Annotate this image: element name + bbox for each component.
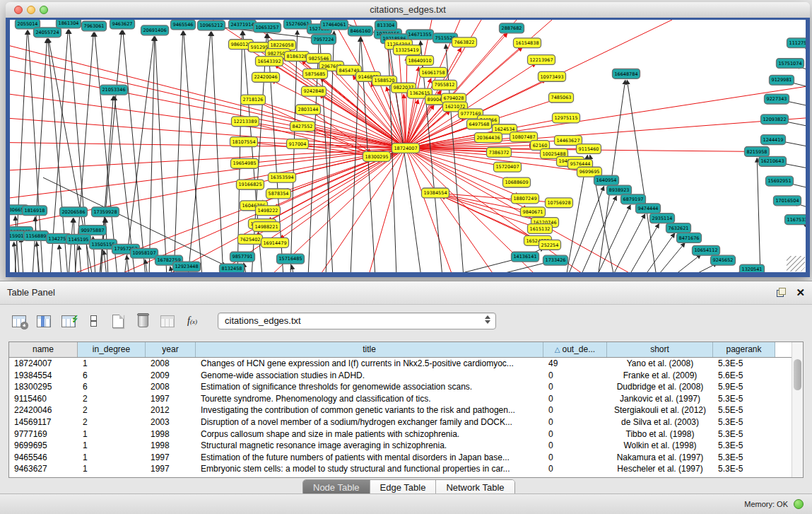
graph-node[interactable]: 12923448 — [173, 262, 201, 271]
graph-node[interactable]: 16154838 — [514, 38, 541, 48]
table-selector-dropdown[interactable]: citations_edges.txt — [218, 313, 496, 329]
graph-node[interactable]: 19384554 — [422, 188, 449, 198]
graph-node[interactable]: 1156889 — [24, 230, 49, 240]
graph-node[interactable]: 1615132 — [528, 224, 553, 234]
graph-node[interactable]: 18300295 — [363, 151, 391, 161]
import-table-button[interactable] — [158, 312, 177, 330]
graph-edge[interactable] — [170, 267, 172, 272]
table-cell[interactable]: Tibbo et al. (1998) — [607, 428, 713, 440]
table-cell[interactable]: 1998 — [146, 428, 196, 440]
graph-node[interactable]: 7955812 — [433, 80, 457, 90]
table-cell[interactable]: Yano et al. (2008) — [607, 358, 713, 370]
graph-node[interactable]: 917004 — [287, 139, 309, 149]
graph-edge[interactable] — [446, 258, 519, 272]
graph-node[interactable]: 10756928 — [546, 198, 573, 208]
graph-node[interactable]: 15720407 — [494, 162, 522, 172]
graph-node[interactable]: 8427552 — [290, 122, 315, 132]
graph-edge[interactable] — [672, 255, 701, 272]
memory-ok-indicator[interactable] — [794, 499, 804, 509]
graph-node[interactable]: 24055724 — [34, 28, 61, 37]
graph-node[interactable]: 8132458 — [220, 264, 245, 272]
graph-node[interactable]: 8938923 — [607, 185, 632, 195]
graph-node[interactable]: 9465546 — [171, 20, 196, 30]
graph-edge[interactable] — [644, 233, 675, 272]
graph-node[interactable]: 10688609 — [503, 177, 531, 187]
table-cell[interactable]: 1 — [78, 440, 146, 452]
graph-edge[interactable] — [79, 245, 81, 272]
function-builder-button[interactable]: f(x) — [183, 312, 201, 330]
table-cell[interactable]: Franke et al. (2009) — [607, 370, 713, 382]
citation-graph[interactable]: 2055014240557241861304796306194636272069… — [10, 20, 806, 272]
table-row[interactable]: 969969511998Structural magnetic resonanc… — [9, 440, 803, 452]
graph-node[interactable]: 14136141 — [512, 252, 539, 262]
graph-edge[interactable] — [124, 37, 154, 272]
table-cell[interactable]: 9699695 — [9, 440, 78, 452]
table-cell[interactable]: 6 — [78, 370, 146, 382]
graph-node[interactable]: 18640910 — [406, 56, 434, 66]
graph-node[interactable]: 16648784 — [613, 69, 640, 78]
graph-node[interactable]: 1861304 — [57, 20, 81, 28]
table-row[interactable]: 1830029562008Estimation of significance … — [9, 381, 803, 393]
table-cell[interactable]: Genome-wide association studies in ADHD. — [196, 370, 543, 382]
table-cell[interactable]: 5.3E-5 — [713, 452, 775, 464]
graph-edge[interactable] — [406, 148, 453, 272]
table-cell[interactable]: Investigating the contribution of common… — [196, 404, 543, 416]
float-panel-icon[interactable] — [777, 288, 786, 297]
table-cell[interactable]: 2009 — [146, 370, 196, 382]
graph-node[interactable]: 7386372 — [487, 147, 512, 157]
network-canvas[interactable]: 2055014240557241861304796306194636272069… — [10, 20, 806, 272]
graph-edge[interactable] — [69, 218, 73, 272]
graph-edge[interactable] — [123, 30, 146, 272]
table-cell[interactable]: 22420046 — [9, 404, 78, 416]
table-cell[interactable]: 1 — [78, 463, 146, 475]
graph-edge[interactable] — [271, 80, 406, 148]
graph-node[interactable]: 15692951 — [766, 176, 794, 186]
table-cell[interactable]: 9115460 — [9, 393, 78, 405]
table-cell[interactable]: 2 — [78, 416, 146, 428]
graph-node[interactable]: 1640954 — [594, 175, 619, 185]
graph-node[interactable]: 8186328 — [285, 52, 310, 62]
graph-edge[interactable] — [488, 262, 549, 272]
graph-edge[interactable] — [757, 158, 760, 272]
graph-node[interactable]: 12093822 — [761, 115, 789, 124]
table-row[interactable]: 911546021997Tourette syndrome. Phenomeno… — [9, 393, 803, 405]
graph-node[interactable]: 1498222 — [256, 206, 281, 216]
table-cell[interactable]: 5.6E-5 — [713, 370, 775, 382]
table-cell[interactable]: de Silva et al. (2003) — [607, 416, 713, 428]
graph-node[interactable]: 17359928 — [92, 207, 119, 217]
table-cell[interactable]: Stergiakouli et al. (2012) — [607, 404, 713, 416]
table-cell[interactable]: Disruption of a novel member of a sodium… — [196, 416, 543, 428]
table-cell[interactable]: 1997 — [146, 393, 196, 405]
graph-node[interactable]: 19166825 — [237, 180, 264, 189]
column-header-out_de[interactable]: △out_de... — [543, 342, 607, 357]
graph-node[interactable]: 2887682 — [500, 23, 524, 33]
table-cell[interactable]: 19384554 — [9, 370, 78, 382]
graph-node[interactable]: 21053346 — [100, 85, 128, 95]
table-cell[interactable]: Estimation of significance thresholds fo… — [196, 381, 543, 393]
graph-node[interactable]: 1244419 — [761, 135, 786, 145]
table-cell[interactable]: Nakamura et al. (1997) — [607, 452, 713, 464]
column-visibility-button[interactable] — [35, 312, 53, 330]
graph-node[interactable]: 16961758 — [420, 67, 447, 77]
table-cell[interactable]: 0 — [543, 440, 607, 452]
table-cell[interactable]: 5.3E-5 — [713, 416, 775, 428]
table-cell[interactable]: 1998 — [146, 440, 196, 452]
graph-node[interactable]: 9840671 — [521, 207, 546, 217]
table-row[interactable]: 946554611997Estimation of the future num… — [9, 452, 803, 464]
table-row[interactable]: 1938455462009Genome-wide association stu… — [9, 370, 803, 382]
table-cell[interactable]: Dudbridge et al. (2008) — [607, 381, 713, 393]
graph-edge[interactable] — [567, 186, 604, 272]
table-cell[interactable]: 0 — [543, 393, 607, 405]
table-row[interactable]: 1456911722003Disruption of a novel membe… — [9, 416, 803, 428]
graph-node[interactable]: 16914479 — [261, 238, 289, 247]
column-header-pagerank[interactable]: pagerank — [713, 342, 775, 357]
table-cell[interactable]: 18724007 — [9, 358, 78, 370]
table-cell[interactable]: Corpus callosum shape and size in male p… — [196, 428, 543, 440]
graph-node[interactable]: 14988221 — [253, 222, 281, 232]
table-row[interactable]: 1872400712008Changes of HCN gene express… — [9, 358, 803, 370]
graph-node[interactable]: 19654985 — [231, 158, 259, 168]
new-column-button[interactable] — [109, 312, 127, 330]
table-cell[interactable]: 2 — [78, 393, 146, 405]
graph-node[interactable]: 16210643 — [759, 156, 787, 166]
graph-node[interactable]: 17464061 — [321, 20, 348, 30]
